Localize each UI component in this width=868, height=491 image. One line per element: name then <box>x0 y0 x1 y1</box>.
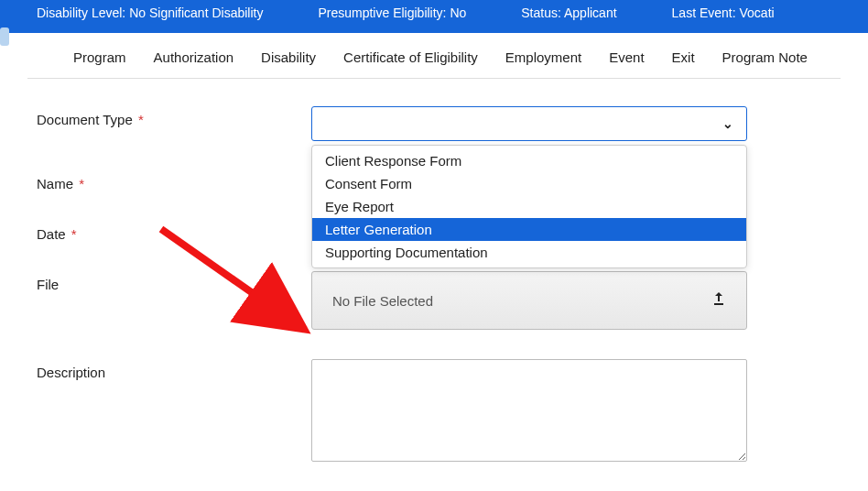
tab-navigation: Program Authorization Disability Certifi… <box>27 33 841 79</box>
tab-event[interactable]: Event <box>609 49 644 65</box>
label-name: Name * <box>37 170 311 191</box>
tab-authorization[interactable]: Authorization <box>154 49 234 65</box>
tab-certificate[interactable]: Certificate of Eligibility <box>343 49 478 65</box>
status-last-event: Last Event: Vocati <box>672 5 775 20</box>
label-document-type: Document Type * <box>37 106 311 127</box>
file-placeholder: No File Selected <box>332 293 433 309</box>
label-date-text: Date <box>37 226 66 242</box>
tab-disability[interactable]: Disability <box>261 49 316 65</box>
document-type-select-wrap: ⌄ Client Response Form Consent Form Eye … <box>311 106 747 141</box>
left-side-tab <box>0 27 9 46</box>
dropdown-option-eye-report[interactable]: Eye Report <box>312 195 746 218</box>
document-type-select[interactable]: ⌄ <box>311 106 747 141</box>
label-date: Date * <box>37 221 311 242</box>
upload-icon <box>711 291 726 311</box>
label-name-text: Name <box>37 176 73 191</box>
dropdown-option-consent-form[interactable]: Consent Form <box>312 172 746 195</box>
document-type-dropdown: Client Response Form Consent Form Eye Re… <box>311 145 747 268</box>
tab-program[interactable]: Program <box>73 49 126 65</box>
form-area: Document Type * ⌄ Client Response Form C… <box>0 79 868 462</box>
description-textarea[interactable] <box>311 359 747 462</box>
required-asterisk: * <box>79 176 84 191</box>
dropdown-option-supporting-doc[interactable]: Supporting Documentation <box>312 241 746 264</box>
required-asterisk: * <box>71 226 77 242</box>
label-description: Description <box>37 359 311 380</box>
status-presumptive: Presumptive Eligibility: No <box>318 5 466 20</box>
status-bar: Disability Level: No Significant Disabil… <box>0 0 868 33</box>
chevron-down-icon: ⌄ <box>722 116 733 131</box>
required-asterisk: * <box>138 112 144 127</box>
tab-employment[interactable]: Employment <box>505 49 581 65</box>
label-description-text: Description <box>37 365 105 380</box>
label-document-type-text: Document Type <box>37 112 133 127</box>
tab-program-note[interactable]: Program Note <box>722 49 808 65</box>
dropdown-option-client-response[interactable]: Client Response Form <box>312 149 746 172</box>
status-status: Status: Applicant <box>521 5 616 20</box>
tab-exit[interactable]: Exit <box>672 49 695 65</box>
label-file: File <box>37 271 311 292</box>
file-upload-box[interactable]: No File Selected <box>311 271 747 330</box>
status-disability: Disability Level: No Significant Disabil… <box>37 5 263 20</box>
label-file-text: File <box>37 277 59 292</box>
dropdown-option-letter-generation[interactable]: Letter Generation <box>312 218 746 241</box>
